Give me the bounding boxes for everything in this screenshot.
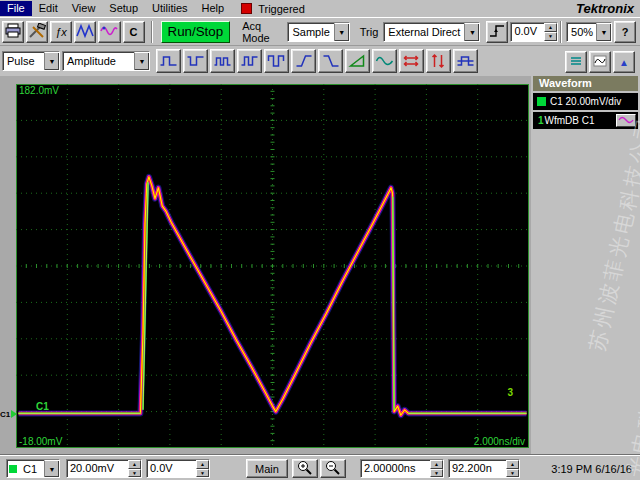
horizontal-position-up-button[interactable]: ▲: [506, 460, 519, 469]
meas-negative-width-button[interactable]: [183, 49, 208, 73]
trigger-level-up-button[interactable]: ▲: [544, 23, 557, 32]
measure-type-select[interactable]: Amplitude ▼: [62, 51, 150, 71]
meas-mean-button[interactable]: [453, 49, 478, 73]
channel-position-marker[interactable]: C1: [0, 407, 16, 421]
channel-trace-label: C1: [36, 401, 49, 412]
clear-button[interactable]: C: [123, 21, 145, 43]
display-scale-select[interactable]: 50% ▼: [566, 22, 612, 42]
wfmdb-readout: WfmDB C1: [545, 115, 595, 126]
acq-mode-dropdown-arrow-icon[interactable]: ▼: [334, 23, 349, 41]
tools-button[interactable]: [26, 21, 48, 43]
measure-category-dropdown-arrow-icon[interactable]: ▼: [44, 52, 59, 70]
clear-label: C: [130, 26, 138, 38]
horizontal-position-down-button[interactable]: ▼: [506, 469, 519, 478]
menu-item-view[interactable]: View: [65, 1, 103, 16]
clock-readout: 3:19 PM 6/16/16: [551, 463, 632, 475]
timebase-down-button[interactable]: ▼: [430, 469, 443, 478]
menu-item-edit[interactable]: Edit: [32, 1, 65, 16]
meas-burst-width-button[interactable]: [210, 49, 235, 73]
math-fx-button[interactable]: ƒx: [50, 21, 72, 43]
channel-scale-readout: C1 20.00mV/div: [550, 96, 621, 107]
zoom-in-button[interactable]: [292, 459, 318, 478]
run-stop-button[interactable]: Run/Stop: [161, 21, 231, 43]
vertical-offset-down-button[interactable]: ▼: [196, 469, 209, 478]
meas-frequency-button[interactable]: [264, 49, 289, 73]
waveform-database-button[interactable]: [98, 21, 120, 43]
menu-item-setup[interactable]: Setup: [102, 1, 145, 16]
vertical-scale-up-button[interactable]: ▲: [128, 460, 141, 469]
measure-type-dropdown-arrow-icon[interactable]: ▼: [134, 52, 149, 70]
horizontal-main-button[interactable]: Main: [246, 459, 288, 478]
wfmdb-row[interactable]: 1 WfmDB C1: [533, 112, 638, 129]
main-toolbar: ƒx C Run/Stop Acq Mode Sample ▼ Trig Ext…: [0, 17, 640, 45]
menu-item-utilities[interactable]: Utilities: [145, 1, 194, 16]
menu-bar: File Edit View Setup Utilities Help Trig…: [0, 0, 640, 17]
meas-rise-time-button[interactable]: [291, 49, 316, 73]
vertical-scale-down-button[interactable]: ▼: [128, 469, 141, 478]
toolbar-separator: [151, 21, 153, 43]
fx-icon: ƒx: [55, 26, 67, 38]
trigger-source-select[interactable]: External Direct ▼: [383, 22, 480, 42]
trigger-number-readout: 3: [507, 387, 513, 398]
channel-color-swatch-icon: [537, 97, 546, 106]
timebase-value: 2.00000ns: [361, 460, 430, 477]
mini-waveform-icon: [593, 54, 607, 70]
channel-select[interactable]: C1 ▼: [6, 459, 60, 478]
trigger-source-dropdown-arrow-icon[interactable]: ▼: [464, 23, 479, 41]
acq-mode-label: Acq Mode: [242, 20, 282, 44]
vertical-offset-up-button[interactable]: ▲: [196, 460, 209, 469]
channel-scale-row[interactable]: C1 20.00mV/div: [533, 93, 638, 110]
menu-item-help[interactable]: Help: [195, 1, 232, 16]
vertical-scale-value: 20.00mV: [67, 460, 128, 477]
status-bar: C1 ▼ 20.00mV ▲▼ 0.0V ▲▼ Main 2.00000ns ▲…: [0, 455, 640, 480]
toolbar-separator-2: [560, 21, 562, 43]
channel-select-value: C1: [21, 463, 44, 475]
waveform-display-button[interactable]: [74, 21, 96, 43]
trigger-status-label: Triggered: [258, 3, 305, 15]
acq-mode-select[interactable]: Sample ▼: [287, 22, 349, 42]
zoom-out-button[interactable]: [320, 459, 346, 478]
measurement-buttons: [156, 49, 480, 73]
trigger-slope-button[interactable]: [486, 21, 508, 43]
trigger-level-input[interactable]: 0.0V ▲▼: [510, 22, 558, 42]
meas-vertical-amplitude-button[interactable]: [426, 49, 451, 73]
channel-marker-label: C1: [0, 410, 10, 419]
trigger-indicator-icon: [241, 3, 252, 14]
marker-button[interactable]: ▲: [613, 51, 635, 73]
vertical-offset-input[interactable]: 0.0V ▲▼: [146, 459, 210, 478]
timebase-readout: 2.000ns/div: [474, 436, 525, 447]
vertical-scale-input[interactable]: 20.00mV ▲▼: [66, 459, 142, 478]
menu-item-file[interactable]: File: [0, 1, 32, 16]
vertical-offset-value: 0.0V: [147, 460, 196, 477]
cursor-lines-button[interactable]: [565, 51, 587, 73]
acq-mode-value: Sample: [288, 26, 333, 38]
measure-category-value: Pulse: [3, 55, 44, 67]
help-button[interactable]: ?: [614, 21, 636, 43]
trig-label: Trig: [360, 26, 379, 38]
display-scale-dropdown-arrow-icon[interactable]: ▼: [596, 23, 611, 41]
rising-slope-icon: [488, 23, 506, 41]
timebase-up-button[interactable]: ▲: [430, 460, 443, 469]
top-voltage-readout: 182.0mV: [19, 85, 59, 96]
waveform-readout-panel: Waveform C1 20.00mV/div 1 WfmDB C1: [531, 76, 640, 455]
channel-select-dropdown-arrow-icon[interactable]: ▼: [44, 460, 59, 477]
blue-triangle-icon: ▲: [619, 57, 629, 68]
meas-period-button[interactable]: [237, 49, 262, 73]
wfmdb-trace-button[interactable]: [616, 114, 636, 127]
measure-category-select[interactable]: Pulse ▼: [2, 51, 60, 71]
meas-horizontal-timing-button[interactable]: [399, 49, 424, 73]
meas-ramp-button[interactable]: [345, 49, 370, 73]
trigger-level-down-button[interactable]: ▼: [544, 32, 557, 41]
horizontal-position-value: 92.200n: [449, 460, 506, 477]
wfmdb-number: 1: [538, 115, 544, 126]
meas-fall-time-button[interactable]: [318, 49, 343, 73]
measure-type-value: Amplitude: [63, 55, 134, 67]
meas-positive-width-button[interactable]: [156, 49, 181, 73]
magenta-waveform-icon: [99, 23, 119, 41]
horizontal-position-input[interactable]: 92.200n ▲▼: [448, 459, 520, 478]
print-button[interactable]: [2, 21, 24, 43]
waveform-view-button[interactable]: [589, 51, 611, 73]
meas-sine-measure-button[interactable]: [372, 49, 397, 73]
bottom-voltage-readout: -18.00mV: [19, 436, 62, 447]
timebase-input[interactable]: 2.00000ns ▲▼: [360, 459, 444, 478]
